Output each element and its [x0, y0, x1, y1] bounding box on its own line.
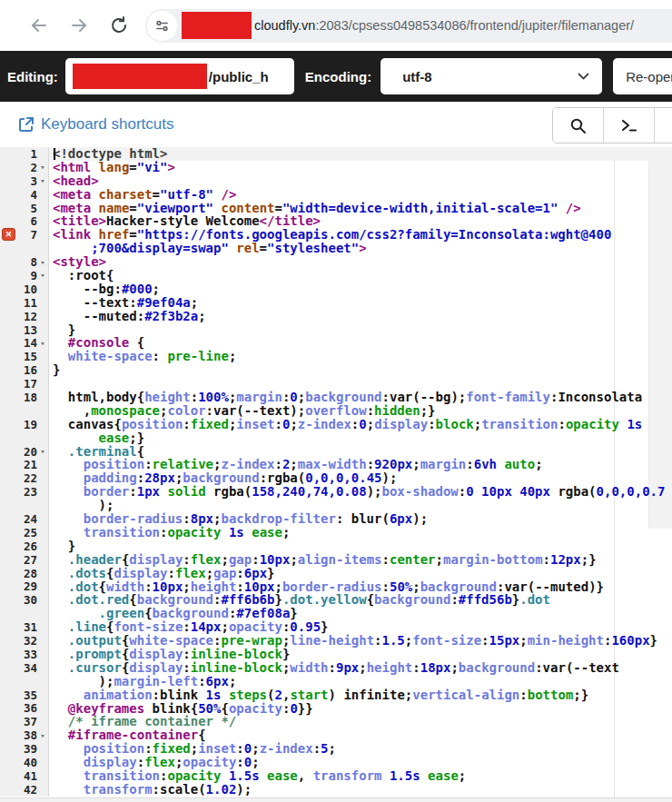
reload-button[interactable] — [105, 12, 133, 39]
url-bar[interactable]: cloudfly.vn:2083/cpsess0498534086/fronte… — [145, 9, 672, 43]
code-line: ease;} — [0, 431, 672, 445]
gutter-cell: 41 — [0, 769, 49, 783]
token: ; — [221, 619, 228, 634]
terminal-button[interactable] — [604, 108, 655, 143]
code-area[interactable]: 1<!doctype html>2▾<html lang="vi">3▾<hea… — [0, 147, 672, 797]
fold-arrow-icon[interactable]: ▾ — [37, 176, 48, 185]
token: ; — [275, 579, 282, 594]
clipped-toolbar-button[interactable] — [655, 108, 672, 143]
gutter-cell: 17 — [0, 377, 49, 391]
token: ; — [229, 674, 236, 688]
code-text: } — [49, 323, 672, 337]
token: --muted — [84, 309, 137, 323]
code-text: position:fixed;inset:0;z-index:5; — [49, 742, 672, 756]
line-number: 41 — [24, 769, 37, 783]
gutter-cell: 42 — [0, 783, 49, 797]
forward-button[interactable] — [65, 12, 93, 39]
redaction-box-filepath — [73, 64, 207, 89]
code-text: .header{display:flex;gap:10px;align-item… — [49, 553, 672, 567]
code-text: ); — [49, 499, 672, 512]
token: display — [129, 552, 183, 567]
token: #console — [68, 335, 129, 350]
code-editor[interactable]: 1<!doctype html>2▾<html lang="vi">3▾<hea… — [0, 147, 672, 797]
token: ;700&display=swap" — [91, 241, 229, 255]
token: : — [275, 417, 282, 431]
token: : — [183, 552, 190, 567]
fold-arrow-icon[interactable]: ▾ — [37, 339, 48, 348]
token: max-width — [298, 457, 367, 471]
token: 0 — [290, 701, 297, 716]
encoding-value: utf-8 — [402, 69, 432, 84]
code-text: .dot{width:10px;height:10px;border-radiu… — [49, 580, 672, 594]
token: <meta — [53, 187, 91, 202]
token: width — [290, 660, 328, 675]
code-line: );margin-left:6px; — [0, 675, 672, 688]
token: ; — [459, 768, 466, 783]
error-icon[interactable]: ✕ — [2, 228, 15, 241]
token: :root{ — [68, 268, 114, 282]
reopen-button[interactable]: Re-oper — [613, 58, 672, 94]
fold-arrow-icon[interactable]: ▾ — [37, 731, 48, 740]
fold-arrow-icon[interactable]: ▾ — [37, 163, 48, 172]
token: var(--text — [543, 660, 619, 675]
gutter-cell: 37 — [0, 715, 49, 728]
line-number: 15 — [24, 350, 37, 363]
token: box-shadow — [382, 484, 459, 499]
token: ; — [450, 660, 458, 675]
token: : — [543, 552, 550, 567]
code-text: <meta name="viewport" content="width=dev… — [49, 202, 672, 215]
token: ; — [474, 417, 481, 431]
token: } — [68, 539, 75, 553]
token: align-items — [298, 552, 382, 567]
code-line: 18 html,body{height:100%;margin:0;backgr… — [0, 391, 672, 404]
token: ; — [459, 390, 466, 404]
token: : — [236, 741, 243, 756]
token: : — [374, 633, 381, 648]
token: #ffd56b — [459, 592, 512, 607]
fold-arrow-icon[interactable]: ▾ — [37, 258, 48, 267]
token — [558, 201, 565, 215]
code-text: --bg:#000; — [49, 282, 672, 296]
token: ; — [298, 403, 305, 418]
gutter-cell: 16 — [0, 363, 49, 377]
encoding-select[interactable]: utf-8 — [380, 58, 602, 94]
code-text: ;700&display=swap" rel="stylesheet"> — [49, 242, 672, 255]
line-number: 9 — [30, 269, 37, 282]
gutter-cell — [0, 404, 49, 418]
code-text: display:flex;opacity:0; — [49, 756, 672, 769]
fold-arrow-icon[interactable]: ▾ — [37, 271, 48, 280]
gutter-cell — [0, 499, 49, 512]
token: .terminal — [68, 444, 137, 459]
back-button[interactable] — [25, 12, 53, 39]
token: 28px — [144, 470, 175, 485]
search-button[interactable] — [553, 108, 604, 143]
token: .dot — [519, 592, 550, 607]
token: } — [274, 592, 282, 607]
token: 0 — [359, 417, 366, 431]
token: "utf-8" — [160, 187, 213, 202]
keyboard-shortcuts-link[interactable]: Keyboard shortcuts — [18, 115, 173, 134]
code-line: 24 border-radius:8px;backdrop-filter: bl… — [0, 512, 672, 526]
token: ; — [367, 417, 374, 431]
token: 2 — [275, 688, 282, 702]
gutter-cell: 35 — [0, 688, 49, 702]
token: ;} — [129, 431, 144, 445]
token: : — [367, 457, 374, 471]
token: ); — [236, 782, 252, 797]
token: transition — [481, 417, 558, 431]
token: color — [167, 403, 205, 418]
file-path-field[interactable]: /public_h — [65, 58, 294, 94]
token: ); — [412, 511, 428, 526]
line-number: 35 — [24, 688, 37, 702]
horizontal-scrollbar[interactable] — [0, 797, 672, 802]
token: #iframe-container — [68, 728, 198, 742]
line-number: 3 — [30, 174, 37, 188]
token — [221, 525, 228, 540]
site-info-button[interactable] — [147, 11, 177, 41]
token: <style> — [53, 254, 106, 269]
fold-arrow-icon[interactable]: ▾ — [37, 447, 48, 456]
token: : — [183, 511, 190, 526]
code-text: } — [49, 540, 672, 553]
code-line: 29 .dot{width:10px;height:10px;border-ra… — [0, 580, 672, 594]
token: ); — [382, 470, 398, 485]
